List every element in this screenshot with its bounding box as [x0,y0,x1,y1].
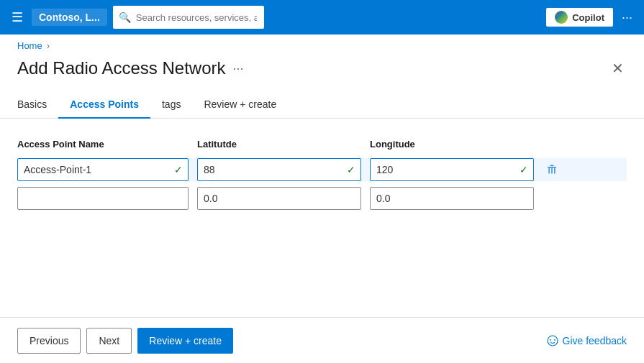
give-feedback-button[interactable]: Give feedback [547,335,627,346]
name-cell-2 [17,187,197,210]
copilot-icon [555,11,568,24]
nav-right: Copilot ··· [546,7,635,28]
hamburger-icon[interactable]: ☰ [9,6,26,28]
table-row [17,187,627,210]
col-header-latitude: Latitutde [197,136,370,152]
feedback-icon [547,335,558,346]
page-title: Add Radio Access Network [17,58,225,78]
main-content: Home › Add Radio Access Network ··· ✕ Ba… [0,35,644,317]
nav-bar: ☰ Contoso, L... 🔍 Copilot ··· [0,0,644,35]
search-icon: 🔍 [119,12,131,23]
name-check-icon-1: ✓ [174,164,183,175]
longitude-cell-2 [370,187,543,210]
copilot-button[interactable]: Copilot [546,8,613,27]
breadcrumb-separator: › [47,40,50,51]
tab-review-create[interactable]: Review + create [192,91,288,119]
tab-tags[interactable]: tags [150,91,192,119]
search-input[interactable] [113,6,264,29]
col-header-longitude: Longitude [370,136,543,152]
svg-rect-2 [550,165,554,166]
previous-button[interactable]: Previous [17,328,81,354]
tab-basics[interactable]: Basics [17,91,58,119]
longitude-input-wrap-1: ✓ [370,158,534,181]
close-button[interactable]: ✕ [609,57,627,80]
latitude-cell-1: ✓ [197,158,370,181]
delete-cell-1 [543,160,577,179]
latitude-input-2[interactable] [197,187,361,210]
col-header-name: Access Point Name [17,136,197,152]
tenant-name[interactable]: Contoso, L... [32,9,107,26]
latitude-cell-2 [197,187,370,210]
copilot-label: Copilot [572,12,604,23]
table-row: ✓ ✓ ✓ [17,158,627,181]
name-cell-1: ✓ [17,158,197,181]
svg-point-7 [550,339,551,341]
latitude-check-icon-1: ✓ [347,164,355,175]
feedback-label: Give feedback [563,335,627,346]
name-input-1[interactable] [17,158,189,181]
tabs-container: Basics Access Points tags Review + creat… [0,91,644,119]
latitude-input-1[interactable] [197,158,361,181]
table-header-row: Access Point Name Latitutde Longitude [17,136,627,152]
svg-point-0 [555,11,568,24]
breadcrumb: Home › [0,35,644,57]
svg-rect-3 [549,168,550,174]
latitude-input-wrap-1: ✓ [197,158,361,181]
footer: Previous Next Review + create Give feedb… [0,317,644,363]
name-input-wrap-2 [17,187,189,210]
name-input-2[interactable] [17,187,189,210]
name-input-wrap-1: ✓ [17,158,189,181]
review-create-button[interactable]: Review + create [137,328,233,354]
longitude-check-icon-1: ✓ [520,164,528,175]
svg-point-8 [554,339,555,341]
page-header: Add Radio Access Network ··· ✕ [0,57,644,91]
svg-rect-1 [548,167,556,167]
access-points-table: Access Point Name Latitutde Longitude ✓ … [17,136,627,210]
page-title-wrap: Add Radio Access Network ··· [17,58,243,78]
latitude-input-wrap-2 [197,187,361,210]
tab-access-points[interactable]: Access Points [58,91,150,119]
longitude-input-2[interactable] [370,187,534,210]
next-button[interactable]: Next [86,328,132,354]
svg-rect-5 [554,168,555,174]
svg-point-6 [548,336,558,346]
page-more-icon[interactable]: ··· [232,61,243,76]
longitude-input-1[interactable] [370,158,534,181]
nav-more-icon[interactable]: ··· [619,7,635,28]
longitude-input-wrap-2 [370,187,534,210]
delete-button-1[interactable] [543,160,561,179]
longitude-cell-1: ✓ [370,158,543,181]
form-area: Access Point Name Latitutde Longitude ✓ … [0,119,644,317]
search-wrap: 🔍 [113,6,458,29]
delete-icon-1 [545,163,558,176]
svg-rect-4 [551,168,552,174]
breadcrumb-home[interactable]: Home [17,40,42,51]
